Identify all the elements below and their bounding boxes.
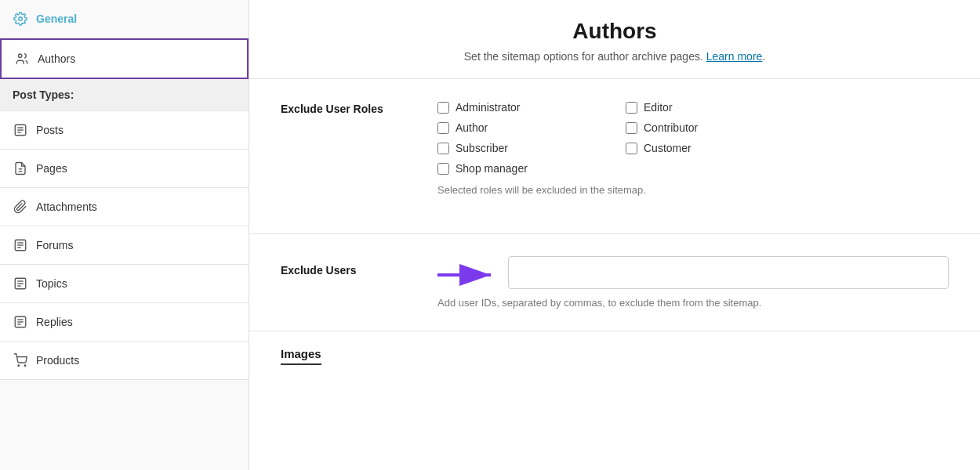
sidebar-attachments-label: Attachments: [36, 201, 97, 213]
checkbox-contributor[interactable]: Contributor: [626, 121, 798, 134]
page-subtitle: Set the sitemap options for author archi…: [281, 50, 949, 63]
checkbox-shop-manager-input[interactable]: [437, 163, 449, 175]
checkbox-administrator-input[interactable]: [437, 102, 449, 114]
sidebar-item-pages[interactable]: Pages: [0, 150, 249, 188]
checkbox-contributor-input[interactable]: [626, 122, 637, 134]
sidebar-topics-label: Topics: [36, 277, 67, 290]
roles-helper-text: Selected roles will be excluded in the s…: [437, 184, 949, 196]
sidebar-item-authors[interactable]: Authors: [0, 38, 249, 79]
pages-icon: [13, 161, 28, 176]
replies-icon: [13, 314, 28, 330]
authors-icon: [14, 51, 30, 67]
checkbox-subscriber[interactable]: Subscriber: [437, 142, 610, 154]
exclude-roles-row: Exclude User Roles Administrator Editor: [281, 101, 949, 196]
sidebar-replies-label: Replies: [36, 316, 73, 328]
checkbox-customer[interactable]: Customer: [626, 142, 798, 154]
svg-point-21: [24, 365, 26, 367]
sidebar-item-forums[interactable]: Forums: [0, 226, 249, 265]
checkbox-editor-input[interactable]: [626, 102, 637, 114]
arrow-svg: [437, 259, 500, 291]
sidebar-item-general[interactable]: General: [0, 0, 249, 38]
sidebar-item-topics[interactable]: Topics: [0, 265, 249, 303]
images-section: Images: [249, 331, 980, 373]
sidebar-pages-label: Pages: [36, 162, 67, 175]
sidebar: General Authors Post Types: Posts: [0, 0, 249, 470]
svg-point-20: [18, 365, 20, 367]
exclude-users-section: Exclude Users Add user IDs, separated by…: [249, 234, 980, 331]
exclude-roles-section: Exclude User Roles Administrator Editor: [249, 79, 980, 234]
images-heading: Images: [281, 347, 321, 365]
posts-icon: [13, 122, 28, 138]
checkbox-editor[interactable]: Editor: [626, 101, 798, 114]
products-icon: [13, 352, 28, 368]
sidebar-authors-label: Authors: [38, 52, 75, 65]
checkbox-shop-manager[interactable]: Shop manager: [437, 162, 610, 175]
sidebar-item-posts[interactable]: Posts: [0, 111, 249, 150]
arrow-indicator: [437, 256, 500, 291]
checkbox-subscriber-input[interactable]: [437, 143, 449, 154]
gear-icon: [13, 11, 28, 27]
checkbox-grid: Administrator Editor Author: [437, 101, 949, 175]
checkbox-customer-input[interactable]: [626, 143, 637, 154]
exclude-users-row: Exclude Users: [281, 256, 949, 291]
sidebar-general-label: General: [36, 13, 77, 25]
checkbox-administrator[interactable]: Administrator: [437, 101, 610, 114]
sidebar-products-label: Products: [36, 354, 79, 367]
svg-point-0: [19, 17, 23, 21]
exclude-users-input[interactable]: [508, 256, 949, 289]
checkbox-author[interactable]: Author: [437, 121, 610, 134]
exclude-users-helper-text: Add user IDs, separated by commas, to ex…: [437, 297, 949, 309]
checkbox-author-input[interactable]: [437, 122, 449, 134]
learn-more-link[interactable]: Learn more: [706, 50, 763, 63]
exclude-roles-label: Exclude User Roles: [281, 101, 406, 115]
page-title: Authors: [281, 19, 949, 44]
sidebar-item-replies[interactable]: Replies: [0, 303, 249, 342]
roles-checkboxes: Administrator Editor Author: [437, 101, 949, 196]
sidebar-item-attachments[interactable]: Attachments: [0, 188, 249, 226]
svg-point-1: [19, 54, 23, 58]
page-header: Authors Set the sitemap options for auth…: [249, 0, 980, 79]
sidebar-forums-label: Forums: [36, 239, 73, 251]
sidebar-item-products[interactable]: Products: [0, 342, 249, 380]
topics-icon: [13, 276, 28, 291]
sidebar-posts-label: Posts: [36, 124, 64, 136]
sidebar-section-post-types: Post Types:: [0, 79, 249, 111]
main-content: Authors Set the sitemap options for auth…: [249, 0, 980, 470]
exclude-users-label: Exclude Users: [281, 256, 437, 277]
forums-icon: [13, 237, 28, 253]
attachments-icon: [13, 199, 28, 215]
